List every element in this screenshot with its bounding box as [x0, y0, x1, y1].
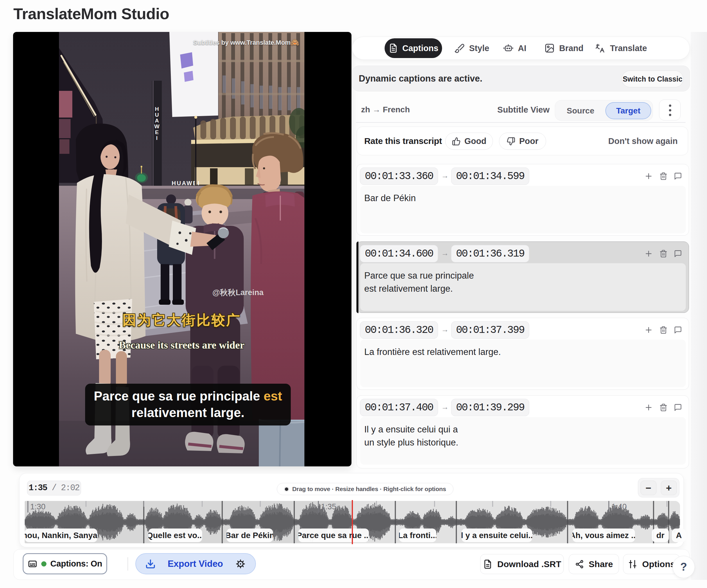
svg-text:W: W — [154, 123, 160, 130]
svg-text:A: A — [155, 117, 159, 124]
svg-text:H: H — [155, 106, 159, 112]
svg-text:E: E — [155, 129, 159, 135]
svg-text:I: I — [156, 135, 158, 141]
svg-text:U: U — [155, 112, 159, 118]
